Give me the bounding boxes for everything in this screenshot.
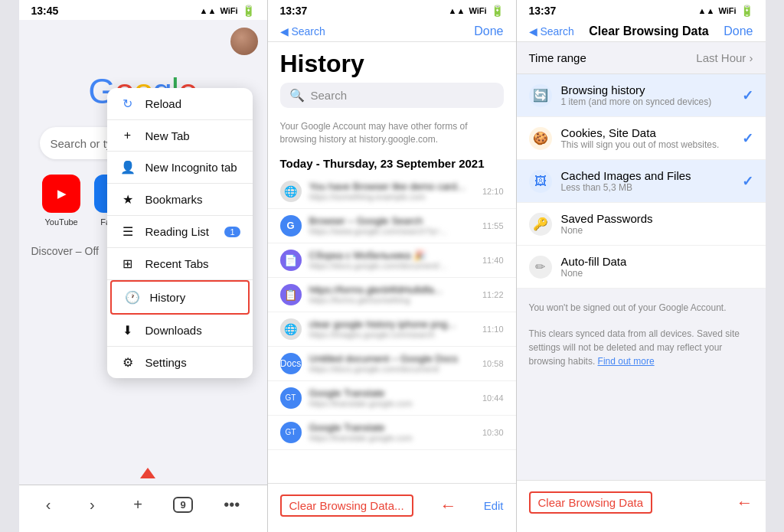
menu-item-reading-list[interactable]: ☰ Reading List 1 bbox=[107, 216, 253, 248]
discover-label: Discover – Off bbox=[31, 245, 99, 257]
incognito-label: New Incognito tab bbox=[145, 161, 237, 174]
cache-check: ✓ bbox=[742, 173, 753, 190]
favicon-7: GT bbox=[280, 387, 302, 409]
bookmarks-label: Bookmarks bbox=[145, 193, 203, 206]
history-bottom-bar: Clear Browsing Data... ← Edit bbox=[268, 483, 516, 532]
history-item[interactable]: GT Google Translate https://translate.go… bbox=[268, 416, 516, 450]
clear-item-cache[interactable]: 🖼 Cached Images and Files Less than 5,3 … bbox=[517, 160, 766, 203]
find-out-more-link[interactable]: Find out more bbox=[598, 356, 655, 367]
reload-label: Reload bbox=[145, 97, 182, 110]
forward-button[interactable]: › bbox=[82, 493, 103, 517]
browsing-history-icon: 🔄 bbox=[529, 84, 552, 107]
time-range-row: Time range Last Hour › bbox=[517, 42, 766, 74]
menu-item-recent-tabs[interactable]: ⊞ Recent Tabs bbox=[107, 248, 253, 280]
history-item-text-5: clear google history iphone png... https… bbox=[309, 318, 475, 339]
history-page-title: History bbox=[268, 42, 516, 83]
history-item-title-8: Google Translate bbox=[309, 422, 475, 433]
reading-list-label: Reading List bbox=[145, 225, 209, 238]
history-item-title-4: https://forms.gle/d4fdHu8dfa... bbox=[309, 284, 475, 295]
phone3: 13:37 ▲▲ WiFi 🔋 ◀ Search Clear Browsing … bbox=[517, 0, 766, 532]
history-item-text-3: Сборка с Мобильника 🎉 https://docs.googl… bbox=[309, 250, 475, 270]
menu-item-reload[interactable]: ↻ Reload bbox=[107, 88, 253, 120]
history-item-url-6: https://docs.google.com/document/ bbox=[309, 364, 475, 374]
signal-icon-2: ▲▲ bbox=[449, 6, 466, 15]
arrow-left-2: ← bbox=[737, 493, 753, 513]
history-item[interactable]: Docs Untitled document – Google Docs htt… bbox=[268, 347, 516, 381]
history-item[interactable]: GT Google Translate https://translate.go… bbox=[268, 381, 516, 416]
clear-done-button[interactable]: Done bbox=[724, 24, 753, 38]
history-item[interactable]: 📋 https://forms.gle/d4fdHu8dfa... https:… bbox=[268, 278, 516, 312]
favicon-8: GT bbox=[280, 422, 302, 443]
cache-desc: Less than 5,3 MB bbox=[561, 182, 733, 193]
avatar[interactable] bbox=[230, 28, 258, 55]
more-button[interactable]: ••• bbox=[216, 493, 247, 517]
history-nav: ◀ Search Done bbox=[268, 20, 516, 42]
favicon-5: 🌐 bbox=[280, 318, 302, 340]
history-item-time-2: 11:55 bbox=[482, 221, 504, 230]
sync-note: This clears synced data from all devices… bbox=[517, 321, 766, 374]
history-note: Your Google Account may have other forms… bbox=[268, 116, 516, 154]
cookies-desc: This will sign you out of most websites. bbox=[561, 139, 733, 150]
history-item[interactable]: G Browser – Google Search https://www.go… bbox=[268, 209, 516, 243]
time-range-value[interactable]: Last Hour › bbox=[696, 51, 753, 64]
favicon-1: 🌐 bbox=[280, 181, 302, 202]
time-3: 13:37 bbox=[529, 5, 557, 17]
history-item-text-1: You have Browser like demo card... https… bbox=[309, 181, 475, 201]
passwords-icon: 🔑 bbox=[529, 213, 552, 236]
status-icons-2: ▲▲ WiFi 🔋 bbox=[449, 5, 504, 17]
menu-item-new-tab[interactable]: + New Tab bbox=[107, 120, 253, 152]
youtube-label: YouTube bbox=[45, 217, 78, 227]
clear-browsing-data-button[interactable]: Clear Browsing Data... bbox=[280, 494, 413, 517]
history-menu-icon: 🕐 bbox=[124, 290, 141, 305]
menu-item-downloads[interactable]: ⬇ Downloads bbox=[107, 315, 253, 347]
history-item-text-7: Google Translate https://translate.googl… bbox=[309, 387, 475, 408]
clear-item-passwords[interactable]: 🔑 Saved Passwords None bbox=[517, 203, 766, 246]
browsing-history-desc: 1 item (and more on synced devices) bbox=[561, 96, 733, 107]
cookies-text: Cookies, Site Data This will sign you ou… bbox=[561, 126, 733, 150]
history-item-text-8: Google Translate https://translate.googl… bbox=[309, 422, 475, 442]
history-item-url-8: https://translate.google.com bbox=[309, 433, 475, 442]
shortcut-youtube[interactable]: ▶ YouTube bbox=[42, 175, 80, 227]
edit-button[interactable]: Edit bbox=[484, 499, 504, 512]
clear-browsing-data-action-button[interactable]: Clear Browsing Data bbox=[529, 491, 653, 514]
history-item-url-3: https://docs.google.com/document/... bbox=[309, 261, 475, 270]
arrow-left-1: ← bbox=[440, 496, 457, 516]
back-button[interactable]: ‹ bbox=[38, 493, 59, 517]
phones-container: 13:45 ▲▲ WiFi 🔋 Google Search or type UR… bbox=[0, 0, 784, 532]
downloads-label: Downloads bbox=[145, 324, 202, 337]
history-item-url-2: https://www.google.com/search?q=... bbox=[309, 227, 475, 236]
clear-item-browsing-history[interactable]: 🔄 Browsing history 1 item (and more on s… bbox=[517, 74, 766, 117]
menu-item-settings[interactable]: ⚙ Settings bbox=[107, 347, 253, 378]
new-tab-icon: + bbox=[119, 129, 136, 142]
passwords-name: Saved Passwords bbox=[561, 212, 730, 225]
clear-item-autofill[interactable]: ✏ Auto-fill Data None bbox=[517, 246, 766, 289]
clear-item-cookies[interactable]: 🍪 Cookies, Site Data This will sign you … bbox=[517, 117, 766, 160]
history-item[interactable]: 📄 Сборка с Мобильника 🎉 https://docs.goo… bbox=[268, 243, 516, 278]
history-back-button[interactable]: ◀ Search bbox=[280, 25, 325, 38]
history-done-button[interactable]: Done bbox=[474, 24, 503, 38]
wifi-icon-3: WiFi bbox=[718, 6, 736, 15]
menu-item-incognito[interactable]: 👤 New Incognito tab bbox=[107, 152, 253, 184]
status-bar-3: 13:37 ▲▲ WiFi 🔋 bbox=[517, 0, 766, 20]
bookmarks-icon: ★ bbox=[119, 192, 136, 207]
history-item[interactable]: 🌐 You have Browser like demo card... htt… bbox=[268, 175, 516, 209]
cache-text: Cached Images and Files Less than 5,3 MB bbox=[561, 169, 733, 193]
wifi-icon-2: WiFi bbox=[469, 6, 486, 15]
autofill-icon: ✏ bbox=[529, 256, 552, 279]
signed-out-note: You won't be signed out of your Google A… bbox=[517, 295, 766, 321]
history-item-text-2: Browser – Google Search https://www.goog… bbox=[309, 215, 475, 236]
history-item-title-5: clear google history iphone png... bbox=[309, 318, 475, 330]
passwords-text: Saved Passwords None bbox=[561, 212, 730, 236]
add-tab-button[interactable]: + bbox=[126, 493, 150, 517]
clear-back-button[interactable]: ◀ Search bbox=[529, 25, 574, 38]
tab-count[interactable]: 9 bbox=[173, 497, 192, 513]
cookies-check: ✓ bbox=[742, 130, 753, 147]
menu-item-bookmarks[interactable]: ★ Bookmarks bbox=[107, 184, 253, 216]
history-search-bar[interactable]: 🔍 Search bbox=[280, 83, 504, 108]
clear-items-section: 🔄 Browsing history 1 item (and more on s… bbox=[517, 74, 766, 289]
history-item[interactable]: 🌐 clear google history iphone png... htt… bbox=[268, 312, 516, 347]
history-date-header: Today - Thursday, 23 September 2021 bbox=[268, 154, 516, 175]
history-item-title-2: Browser – Google Search bbox=[309, 215, 475, 227]
menu-item-history[interactable]: 🕐 History bbox=[110, 280, 250, 315]
new-tab-label: New Tab bbox=[145, 129, 190, 142]
